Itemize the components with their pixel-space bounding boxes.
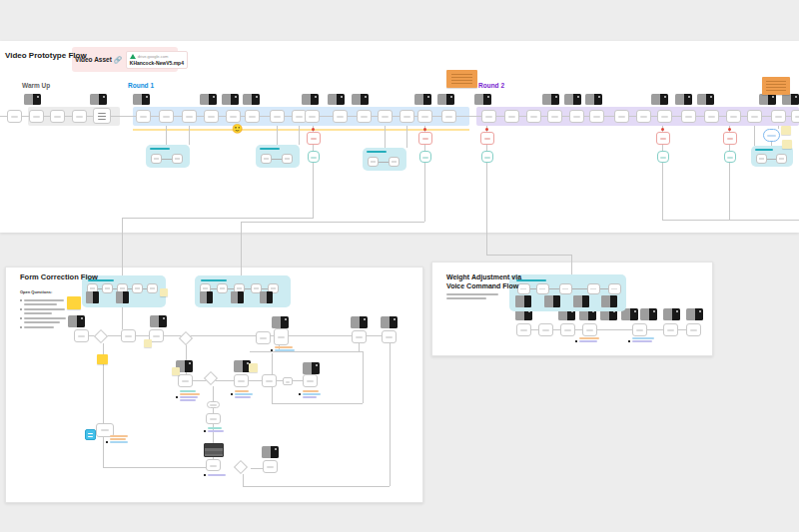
flow-node[interactable] [663, 323, 678, 336]
video-frame-thumbnail[interactable] [243, 94, 260, 105]
weight-flow-title-line1[interactable]: Weight Adjustment via [446, 273, 521, 280]
group-thumbnail[interactable] [601, 295, 617, 307]
video-frame-thumbnail[interactable] [585, 94, 602, 105]
video-frame-thumbnail[interactable] [474, 94, 491, 105]
annotation-lines[interactable] [208, 474, 226, 476]
group-node[interactable] [147, 283, 158, 293]
flow-node[interactable] [245, 110, 260, 123]
group-thumbnail[interactable] [86, 291, 99, 303]
pale-sticky-note[interactable] [172, 367, 180, 375]
video-frame-thumbnail[interactable] [133, 94, 150, 105]
group-node[interactable] [368, 157, 379, 167]
flow-node[interactable] [726, 110, 741, 123]
flow-node[interactable] [417, 110, 432, 123]
annotation-group[interactable] [363, 148, 406, 171]
error-node[interactable] [307, 132, 321, 145]
group-thumbnail[interactable] [200, 291, 213, 303]
group-node[interactable] [776, 154, 787, 164]
flow-node[interactable] [305, 110, 320, 123]
video-frame-thumbnail[interactable] [564, 94, 581, 105]
flow-node[interactable] [560, 323, 575, 336]
flow-node[interactable] [791, 110, 799, 123]
group-node[interactable] [608, 283, 621, 294]
error-node[interactable] [480, 132, 494, 145]
phase-label-warm-up[interactable]: Warm Up [22, 83, 50, 90]
group-thumbnail[interactable] [573, 295, 589, 307]
open-questions-heading[interactable]: Open Questions: [20, 290, 52, 294]
pale-sticky-note[interactable] [144, 339, 152, 347]
flow-node[interactable] [681, 110, 696, 123]
video-frame-thumbnail[interactable] [651, 94, 668, 105]
error-node[interactable] [723, 132, 737, 145]
video-frame-thumbnail[interactable] [328, 94, 345, 105]
group-node[interactable] [261, 154, 272, 164]
flow-node[interactable] [136, 110, 151, 123]
flow-node[interactable] [352, 330, 367, 343]
video-frame-thumbnail[interactable] [303, 362, 320, 374]
group-node[interactable] [151, 154, 162, 164]
error-node[interactable] [656, 132, 670, 145]
group-node[interactable] [536, 283, 549, 294]
flow-node[interactable] [400, 110, 414, 123]
page-title[interactable]: Video Prototype Flow [5, 52, 87, 60]
annotation-group[interactable] [751, 146, 793, 167]
group-node[interactable] [756, 154, 767, 164]
weight-flow-title-line2[interactable]: Voice Command Flow [446, 282, 518, 289]
video-frame-thumbnail[interactable] [686, 308, 703, 320]
flow-node[interactable] [256, 331, 271, 344]
yellow-sticky-note[interactable] [97, 354, 108, 364]
video-asset-card[interactable]: drive.google.com KHancock-NewV5.mp4 [126, 51, 188, 69]
annotation-group[interactable] [256, 145, 300, 168]
recovery-node[interactable] [481, 151, 493, 163]
video-frame-thumbnail[interactable] [437, 94, 454, 105]
video-frame-thumbnail[interactable] [24, 94, 41, 105]
video-asset-chip[interactable]: Video Asset 🔗 drive.google.com KHancock-… [72, 47, 178, 72]
voice-pill-node[interactable] [207, 401, 220, 408]
flow-node[interactable] [270, 110, 285, 123]
phase-label-round-2[interactable]: Round 2 [478, 83, 504, 90]
orange-sticky-note[interactable] [446, 70, 477, 88]
flow-node[interactable] [206, 413, 221, 424]
video-frame-thumbnail[interactable] [351, 316, 368, 328]
group-node[interactable] [389, 157, 400, 167]
annotation-group[interactable] [146, 145, 190, 168]
group-node[interactable] [517, 283, 530, 294]
group-thumbnail[interactable] [260, 291, 273, 303]
flow-node[interactable] [204, 110, 219, 123]
video-frame-thumbnail[interactable] [640, 308, 657, 320]
annotation-lines[interactable] [235, 390, 253, 398]
flow-node[interactable] [7, 110, 22, 123]
yellow-sticky-note[interactable] [67, 296, 81, 309]
pale-sticky-note[interactable] [249, 363, 258, 372]
video-frame-thumbnail[interactable] [675, 94, 692, 105]
group-node[interactable] [282, 154, 293, 164]
video-frame-thumbnail[interactable] [302, 94, 319, 105]
flow-node[interactable] [382, 330, 397, 343]
orange-sticky-note[interactable] [762, 77, 790, 95]
video-frame-thumbnail[interactable] [262, 446, 279, 458]
flow-node[interactable] [441, 110, 456, 123]
annotation-lines[interactable] [208, 427, 224, 432]
flow-node[interactable] [226, 110, 241, 123]
flow-node[interactable] [357, 110, 372, 123]
flow-node[interactable] [481, 110, 496, 123]
annotation-lines[interactable] [275, 346, 295, 351]
flow-node[interactable] [50, 110, 65, 123]
flow-node[interactable] [206, 459, 221, 471]
video-frame-thumbnail[interactable] [782, 94, 799, 105]
pale-sticky-note[interactable] [782, 140, 792, 149]
group-node[interactable] [559, 283, 572, 294]
flow-node[interactable] [582, 323, 597, 336]
recovery-node[interactable] [657, 151, 669, 163]
video-frame-thumbnail[interactable] [414, 94, 431, 105]
annotation-lines[interactable] [632, 337, 654, 342]
video-script-node[interactable] [93, 108, 111, 124]
video-frame-thumbnail[interactable] [663, 308, 680, 320]
recovery-node[interactable] [419, 151, 431, 163]
video-frame-thumbnail[interactable] [200, 94, 217, 105]
flow-node[interactable] [569, 110, 584, 123]
flow-node[interactable] [771, 110, 786, 123]
flow-node[interactable] [547, 110, 562, 123]
error-node[interactable] [418, 132, 432, 145]
flow-node[interactable] [274, 328, 289, 345]
